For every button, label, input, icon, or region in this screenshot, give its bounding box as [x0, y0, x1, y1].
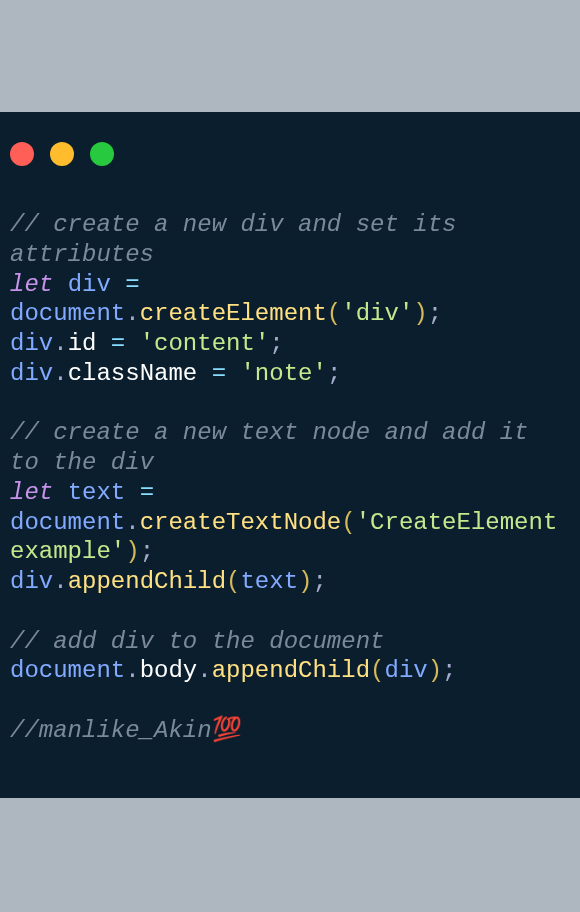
var-div: div [68, 271, 111, 298]
signature-comment: //manlike_Akin💯 [10, 717, 242, 744]
appendchild-fn: appendChild [68, 568, 226, 595]
traffic-lights [10, 122, 570, 166]
prop-classname: className [68, 360, 198, 387]
var-div: div [10, 568, 53, 595]
hundred-emoji-icon: 💯 [212, 717, 242, 744]
string-note: 'note' [240, 360, 326, 387]
var-div: div [10, 360, 53, 387]
string-div: 'div' [341, 300, 413, 327]
string-content: 'content' [140, 330, 270, 357]
arg-div: div [384, 657, 427, 684]
comment: // add div to the document [10, 628, 384, 655]
document-obj: document [10, 300, 125, 327]
prop-id: id [68, 330, 97, 357]
create-textnode-fn: createTextNode [140, 509, 342, 536]
prop-body: body [140, 657, 198, 684]
var-div: div [10, 330, 53, 357]
appendchild-fn: appendChild [212, 657, 370, 684]
document-obj: document [10, 509, 125, 536]
equals: = [125, 271, 139, 298]
maximize-icon[interactable] [90, 142, 114, 166]
keyword-let: let [10, 479, 53, 506]
create-element-fn: createElement [140, 300, 327, 327]
comment: // create a new div and set its attribut… [10, 211, 471, 268]
code-block: // create a new div and set its attribut… [10, 166, 570, 746]
document-obj: document [10, 657, 125, 684]
var-text: text [68, 479, 126, 506]
code-window: // create a new div and set its attribut… [0, 112, 580, 798]
close-icon[interactable] [10, 142, 34, 166]
minimize-icon[interactable] [50, 142, 74, 166]
arg-text: text [240, 568, 298, 595]
comment: // create a new text node and add it to … [10, 419, 543, 476]
keyword-let: let [10, 271, 53, 298]
